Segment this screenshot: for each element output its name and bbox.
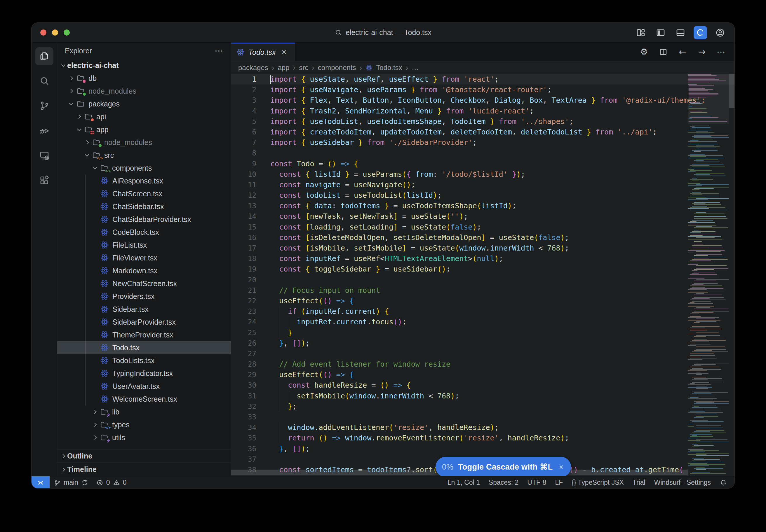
- tree-folder-app[interactable]: app: [57, 123, 231, 136]
- back-arrow-icon[interactable]: ←: [677, 47, 688, 57]
- tree-file-providers-tsx[interactable]: Providers.tsx: [57, 290, 231, 303]
- windsurf-icon[interactable]: [694, 26, 707, 39]
- code-line-16[interactable]: 16 const [isDeleteModalOpen, setIsDelete…: [231, 232, 735, 243]
- code-line-32[interactable]: 32 };: [231, 401, 735, 412]
- forward-arrow-icon[interactable]: →: [697, 47, 707, 57]
- tree-file-codeblock-tsx[interactable]: CodeBlock.tsx: [57, 226, 231, 239]
- code-line-12[interactable]: 12 const todoList = useTodoList(listId);: [231, 190, 735, 201]
- status-windsurf-settings[interactable]: Windsurf - Settings: [650, 479, 715, 487]
- code-line-30[interactable]: 30 const handleResize = () => {: [231, 380, 735, 391]
- tree-folder-components[interactable]: </>components: [57, 162, 231, 174]
- remote-indicator[interactable]: [31, 476, 50, 489]
- tree-folder-api[interactable]: api: [57, 110, 231, 123]
- close-tab-icon[interactable]: ✕: [282, 48, 287, 56]
- code-line-7[interactable]: 7import { useSidebar } from './SidebarPr…: [231, 137, 735, 148]
- tree-file-chatscreen-tsx[interactable]: ChatScreen.tsx: [57, 187, 231, 200]
- code-line-9[interactable]: 9const Todo = () => {: [231, 159, 735, 169]
- breadcrumb-item[interactable]: packages: [238, 64, 268, 72]
- tree-file-chatsidebar-tsx[interactable]: ChatSidebar.tsx: [57, 200, 231, 213]
- tree-file-welcomescreen-tsx[interactable]: WelcomeScreen.tsx: [57, 393, 231, 405]
- tree-folder-node-modules[interactable]: node_modules: [57, 85, 231, 97]
- account-icon[interactable]: [713, 26, 727, 39]
- tree-file-chatsidebarprovider-tsx[interactable]: ChatSidebarProvider.tsx: [57, 213, 231, 226]
- code-line-10[interactable]: 10 const { listId } = useParams({ from: …: [231, 169, 735, 180]
- close-icon[interactable]: ×: [559, 463, 563, 471]
- code-line-6[interactable]: 6import { createTodoItem, updateTodoItem…: [231, 127, 735, 137]
- tree-file-markdown-tsx[interactable]: Markdown.tsx: [57, 264, 231, 277]
- breadcrumb-item[interactable]: app: [278, 64, 289, 72]
- code-line-35[interactable]: 35 return () => window.removeEventListen…: [231, 433, 735, 443]
- minimize-window-button[interactable]: [52, 29, 58, 36]
- code-line-11[interactable]: 11 const navigate = useNavigate();: [231, 180, 735, 190]
- activity-item-extensions[interactable]: [35, 171, 53, 189]
- code-line-28[interactable]: 28 // Add event listener for window resi…: [231, 359, 735, 370]
- code-line-27[interactable]: 27: [231, 349, 735, 359]
- bell-icon[interactable]: [715, 479, 732, 487]
- breadcrumb-item[interactable]: src: [299, 64, 308, 72]
- activity-item-explorer[interactable]: [35, 47, 53, 65]
- code-line-18[interactable]: 18 const inputRef = useRef<HTMLTextAreaE…: [231, 253, 735, 264]
- more-actions-icon[interactable]: ⋯: [215, 46, 223, 55]
- tree-folder-electric-ai-chat[interactable]: electric-ai-chat: [57, 59, 231, 72]
- code-area[interactable]: 1import { useState, useRef, useEffect } …: [231, 74, 735, 476]
- tree-file-themeprovider-tsx[interactable]: ThemeProvider.tsx: [57, 328, 231, 341]
- code-line-31[interactable]: 31 setIsMobile(window.innerWidth < 768);: [231, 391, 735, 401]
- tree-file-useravatar-tsx[interactable]: UserAvatar.tsx: [57, 380, 231, 393]
- activity-item-remote-explorer[interactable]: [35, 146, 53, 165]
- status-encoding[interactable]: UTF-8: [523, 479, 550, 487]
- status-eol[interactable]: LF: [550, 479, 567, 487]
- tree-file-fileviewer-tsx[interactable]: FileViewer.tsx: [57, 251, 231, 264]
- breadcrumb-item[interactable]: components: [318, 64, 356, 72]
- minimap[interactable]: [688, 74, 729, 476]
- code-line-4[interactable]: 4import { Trash2, SendHorizontal, Menu }…: [231, 106, 735, 116]
- status-indentation[interactable]: Spaces: 2: [484, 479, 523, 487]
- tree-file-todo-tsx[interactable]: Todo.tsx: [57, 341, 231, 354]
- problems-status[interactable]: 0 0: [92, 479, 131, 487]
- code-line-22[interactable]: 22 useEffect(() => {: [231, 296, 735, 306]
- split-editor-icon[interactable]: [658, 47, 669, 57]
- section-timeline[interactable]: Timeline: [57, 463, 231, 476]
- code-line-36[interactable]: 36 }, []);: [231, 444, 735, 454]
- status-cursor-position[interactable]: Ln 1, Col 1: [443, 479, 484, 487]
- activity-item-source-control[interactable]: [35, 97, 53, 115]
- code-line-24[interactable]: 24 inputRef.current.focus();: [231, 317, 735, 327]
- tree-folder-lib[interactable]: lib: [57, 405, 231, 418]
- activity-item-run-debug[interactable]: [35, 122, 53, 140]
- section-outline[interactable]: Outline: [57, 449, 231, 463]
- settings-gear-icon[interactable]: ⚙: [639, 47, 649, 57]
- code-line-15[interactable]: 15 const [loading, setLoading] = useStat…: [231, 222, 735, 232]
- code-line-5[interactable]: 5import { useTodoList, useTodoItemsShape…: [231, 116, 735, 127]
- code-line-21[interactable]: 21 // Focus input on mount: [231, 285, 735, 296]
- close-window-button[interactable]: [40, 29, 46, 36]
- code-line-1[interactable]: 1import { useState, useRef, useEffect } …: [231, 74, 735, 85]
- code-line-34[interactable]: 34 window.addEventListener('resize', han…: [231, 422, 735, 433]
- code-line-29[interactable]: 29 useEffect(() => {: [231, 370, 735, 380]
- code-line-33[interactable]: 33: [231, 412, 735, 422]
- code-line-2[interactable]: 2import { useNavigate, useParams } from …: [231, 85, 735, 95]
- layout-icon[interactable]: [634, 26, 648, 39]
- code-line-26[interactable]: 26 }, []);: [231, 338, 735, 349]
- code-line-25[interactable]: 25 }: [231, 328, 735, 338]
- code-line-19[interactable]: 19 const { toggleSidebar } = useSidebar(…: [231, 264, 735, 274]
- panel-left-icon[interactable]: [654, 26, 667, 39]
- sync-icon[interactable]: [81, 479, 88, 486]
- code-line-3[interactable]: 3import { Flex, Text, Button, IconButton…: [231, 95, 735, 106]
- code-line-13[interactable]: 13 const { data: todoItems } = useTodoIt…: [231, 201, 735, 211]
- tree-file-sidebar-tsx[interactable]: Sidebar.tsx: [57, 303, 231, 316]
- tree-file-filelist-tsx[interactable]: FileList.tsx: [57, 239, 231, 251]
- titlebar[interactable]: electric-ai-chat — Todo.tsx: [31, 23, 735, 43]
- status-trial-badge[interactable]: Trial: [628, 479, 650, 487]
- code-line-14[interactable]: 14 const [newTask, setNewTask] = useStat…: [231, 211, 735, 222]
- breadcrumb-item[interactable]: …: [412, 64, 419, 72]
- tree-folder-node-modules[interactable]: node_modules: [57, 136, 231, 149]
- activity-item-search[interactable]: [35, 72, 53, 90]
- code-line-23[interactable]: 23 if (inputRef.current) {: [231, 306, 735, 317]
- branch-status[interactable]: main: [50, 479, 92, 487]
- tree-folder-utils[interactable]: utils: [57, 431, 231, 444]
- window-title-area[interactable]: electric-ai-chat — Todo.tsx: [31, 28, 735, 37]
- tree-folder-types[interactable]: </>types: [57, 418, 231, 431]
- status-language-mode[interactable]: {} TypeScript JSX: [567, 479, 628, 487]
- more-actions-icon[interactable]: ⋯: [716, 47, 726, 57]
- code-line-8[interactable]: 8: [231, 148, 735, 158]
- vertical-scrollbar[interactable]: [729, 74, 735, 108]
